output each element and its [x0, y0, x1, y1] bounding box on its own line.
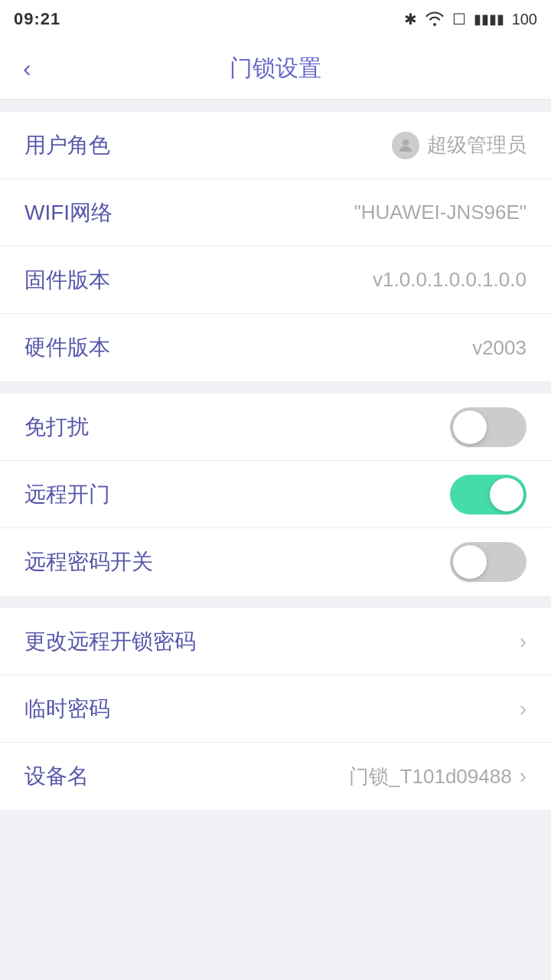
user-avatar-icon: [392, 132, 419, 159]
status-icons: ✱ ☐ ▮▮▮▮ 100: [404, 9, 537, 30]
status-time: 09:21: [14, 9, 60, 29]
user-role-label: 用户角色: [24, 131, 110, 160]
wifi-label: WIFI网络: [24, 198, 112, 227]
dnd-label: 免打扰: [24, 413, 89, 442]
hardware-label: 硬件版本: [24, 333, 110, 362]
device-name-chevron-icon: ›: [520, 764, 527, 789]
wifi-value: "HUAWEI-JNS96E": [354, 201, 527, 224]
user-role-row: 用户角色 超级管理员: [0, 112, 551, 179]
action-section: 更改远程开锁密码 › 临时密码 › 设备名 门锁_T101d09488 ›: [0, 608, 551, 810]
remote-open-label: 远程开门: [24, 480, 110, 509]
temp-password-chevron-icon: ›: [520, 697, 527, 721]
info-section: 用户角色 超级管理员 WIFI网络 "HUAWEI-JNS96E" 固件版本 v…: [0, 112, 551, 381]
signal-icon: ☐: [452, 10, 466, 28]
firmware-row: 固件版本 v1.0.0.1.0.0.1.0.0: [0, 247, 551, 314]
user-role-text: 超级管理员: [427, 132, 527, 158]
remote-password-toggle-knob: [453, 545, 487, 579]
remote-open-row: 远程开门: [0, 461, 551, 528]
device-name-row[interactable]: 设备名 门锁_T101d09488 ›: [0, 743, 551, 810]
page-title: 门锁设置: [230, 53, 321, 84]
device-name-value-group: 门锁_T101d09488 ›: [349, 763, 527, 790]
temp-password-label: 临时密码: [24, 694, 110, 724]
back-button[interactable]: ‹: [15, 47, 39, 90]
nav-bar: ‹ 门锁设置: [0, 38, 551, 100]
change-password-row[interactable]: 更改远程开锁密码 ›: [0, 608, 551, 675]
dnd-row: 免打扰: [0, 394, 551, 461]
dnd-toggle-knob: [453, 410, 487, 444]
temp-password-row[interactable]: 临时密码 ›: [0, 675, 551, 743]
battery-level: 100: [512, 11, 537, 28]
remote-open-toggle-knob: [490, 478, 523, 511]
user-role-value: 超级管理员: [392, 132, 527, 159]
device-name-value: 门锁_T101d09488: [349, 763, 511, 790]
remote-password-row: 远程密码开关: [0, 528, 551, 596]
change-password-chevron-icon: ›: [520, 629, 527, 654]
wifi-row: WIFI网络 "HUAWEI-JNS96E": [0, 179, 551, 247]
remote-open-toggle[interactable]: [450, 475, 527, 514]
svg-point-0: [403, 139, 409, 145]
wifi-icon: [425, 9, 445, 30]
change-password-label: 更改远程开锁密码: [24, 627, 196, 656]
firmware-value: v1.0.0.1.0.0.1.0.0: [373, 268, 527, 292]
battery-icon: ▮▮▮▮: [474, 11, 504, 28]
device-name-label: 设备名: [24, 762, 89, 791]
hardware-row: 硬件版本 v2003: [0, 314, 551, 381]
status-bar: 09:21 ✱ ☐ ▮▮▮▮ 100: [0, 0, 551, 38]
hardware-value: v2003: [472, 336, 527, 360]
bluetooth-icon: ✱: [404, 10, 417, 28]
remote-password-toggle[interactable]: [450, 542, 527, 582]
remote-password-label: 远程密码开关: [24, 547, 153, 577]
firmware-label: 固件版本: [24, 266, 110, 295]
dnd-toggle[interactable]: [450, 407, 527, 447]
toggle-section: 免打扰 远程开门 远程密码开关: [0, 394, 551, 596]
